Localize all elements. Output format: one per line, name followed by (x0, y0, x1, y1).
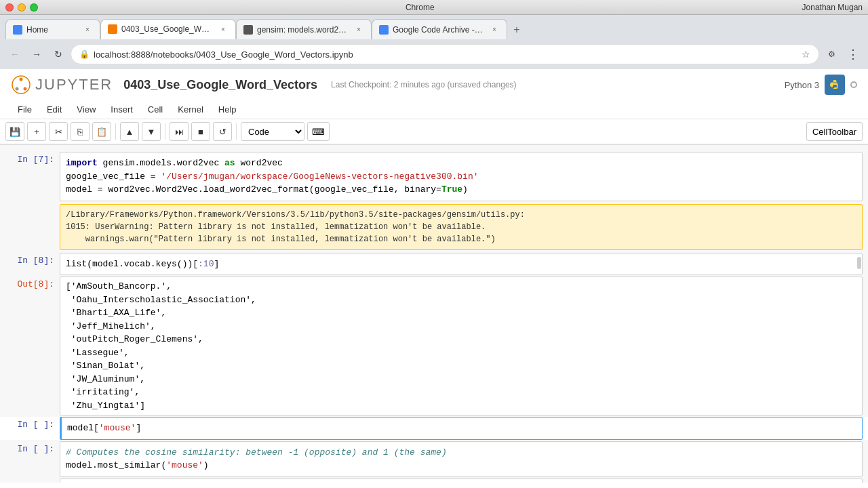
toolbar-divider-2 (165, 123, 165, 140)
jupyter-body: jupyter 0403_Use_Google_Word_Vectors Las… (0, 69, 868, 488)
toolbar-divider-1 (115, 123, 116, 140)
cell-mouse-content[interactable]: model['mouse'] (60, 417, 863, 440)
tab-close-google[interactable]: × (489, 24, 500, 35)
keyboard-shortcuts-button[interactable]: ⌨ (307, 122, 330, 141)
cell-house-prompt: In [ ]: (5, 479, 60, 483)
tab-google[interactable]: Google Code Archive - Long-... × (372, 19, 507, 39)
svg-point-4 (833, 81, 833, 81)
back-button[interactable]: ← (5, 45, 24, 64)
cell-cosine-input: # Computes the cosine similarity: betwee… (60, 442, 862, 476)
run-to-button[interactable]: ⏭ (170, 122, 189, 141)
jupyter-logo-text: jupyter (35, 76, 113, 94)
notebook-title[interactable]: 0403_Use_Google_Word_Vectors (123, 78, 317, 92)
cell-8-scrollbar (857, 257, 861, 270)
cell-7-warning-wrapper: /Library/Frameworks/Python.framework/Ver… (60, 203, 863, 251)
menu-help[interactable]: Help (212, 102, 243, 117)
svg-point-2 (24, 87, 27, 91)
python-logo-icon (829, 79, 841, 91)
menu-view[interactable]: View (70, 102, 102, 117)
cell-8-prompt: In [8]: (5, 253, 60, 276)
kernel-status-circle (850, 81, 857, 88)
cell-7: In [7]: import gensim.models.word2vec as… (0, 152, 868, 201)
celltoolbar-button[interactable]: CellToolbar (806, 122, 863, 141)
tab-favicon-home (13, 25, 22, 35)
cell-mouse-input: model['mouse'] (62, 418, 862, 439)
tab-bar: Home × 0403_Use_Google_Word_Vec... × gen… (0, 15, 868, 39)
tab-gensim[interactable]: gensim: models.word2vec – D... × (236, 19, 372, 39)
cell-house: In [ ]: model.most_similar('house') (0, 479, 868, 483)
notebook-area: In [7]: import gensim.models.word2vec as… (0, 145, 868, 483)
tab-close-home[interactable]: × (82, 24, 93, 35)
jupyter-header: jupyter 0403_Use_Google_Word_Vectors Las… (0, 69, 868, 145)
copy-button[interactable]: ⎘ (71, 122, 90, 141)
cell-cosine-content[interactable]: # Computes the cosine similarity: betwee… (60, 441, 863, 477)
address-bar: ← → ↻ 🔒 localhost:8888/notebooks/0403_Us… (0, 39, 868, 69)
tab-close-gensim[interactable]: × (353, 24, 364, 35)
chrome-menu-button[interactable]: ⋮ (844, 45, 863, 64)
tab-label-google: Google Code Archive - Long-... (393, 25, 485, 35)
svg-point-1 (20, 78, 23, 81)
jupyter-toolbar: 💾 + ✂ ⎘ 📋 ▲ ▼ ⏭ ■ ↺ Code Markdown Raw ⌨ … (0, 119, 868, 144)
url-bar[interactable]: 🔒 localhost:8888/notebooks/0403_Use_Goog… (71, 44, 819, 64)
tab-notebook[interactable]: 0403_Use_Google_Word_Vec... × (100, 19, 236, 39)
url-text: localhost:8888/notebooks/0403_Use_Google… (94, 49, 797, 60)
chrome-frame: Home × 0403_Use_Google_Word_Vec... × gen… (0, 15, 868, 69)
toolbar-divider-3 (236, 123, 237, 140)
cell-8-output: ['AmSouth_Bancorp.', 'Oahu_Interscholast… (60, 277, 862, 415)
tab-label-home: Home (26, 25, 78, 35)
jupyter-logo: jupyter (11, 75, 113, 95)
secure-icon: 🔒 (79, 49, 90, 59)
cell-7-content[interactable]: import gensim.models.word2vec as word2ve… (60, 152, 863, 201)
menu-file[interactable]: File (11, 102, 39, 117)
cell-type-select[interactable]: Code Markdown Raw (241, 122, 304, 141)
tab-close-notebook[interactable]: × (218, 24, 229, 35)
close-button[interactable] (5, 3, 14, 12)
move-down-button[interactable]: ▼ (142, 122, 161, 141)
cell-7-prompt: In [7]: (5, 152, 60, 201)
paste-button[interactable]: 📋 (92, 122, 111, 141)
cell-7-warning: /Library/Frameworks/Python.framework/Ver… (60, 204, 863, 250)
cell-8-out-content: ['AmSouth_Bancorp.', 'Oahu_Interscholast… (60, 277, 863, 415)
titlebar-user: Jonathan Mugan (802, 3, 863, 12)
tab-home[interactable]: Home × (5, 19, 100, 39)
svg-point-5 (835, 87, 836, 88)
maximize-button[interactable] (30, 3, 38, 12)
interrupt-button[interactable]: ■ (191, 122, 210, 141)
macos-titlebar: Chrome Jonathan Mugan (0, 0, 868, 15)
new-tab-button[interactable]: + (507, 20, 526, 39)
cell-house-content[interactable]: model.most_similar('house') (60, 479, 863, 483)
checkpoint-info: Last Checkpoint: 2 minutes ago (unsaved … (331, 80, 517, 89)
tab-label-gensim: gensim: models.word2vec – D... (257, 25, 349, 35)
tab-favicon-gensim (243, 25, 253, 35)
cell-8-out: Out[8]: ['AmSouth_Bancorp.', 'Oahu_Inter… (0, 277, 868, 415)
forward-button[interactable]: → (27, 45, 46, 64)
cell-7-warning-prompt (5, 203, 60, 251)
titlebar-app-name: Chrome (42, 3, 798, 12)
cell-8-content[interactable]: list(model.vocab.keys())[:10] (60, 253, 863, 276)
move-up-button[interactable]: ▲ (120, 122, 139, 141)
menu-edit[interactable]: Edit (40, 102, 68, 117)
menu-cell[interactable]: Cell (141, 102, 170, 117)
restart-button[interactable]: ↺ (213, 122, 232, 141)
minimize-button[interactable] (18, 3, 26, 12)
cell-8-out-prompt: Out[8]: (5, 277, 60, 415)
add-cell-button[interactable]: + (27, 122, 46, 141)
extensions-button[interactable]: ⚙ (822, 45, 841, 64)
cell-7-warning-container: /Library/Frameworks/Python.framework/Ver… (0, 203, 868, 251)
menu-insert[interactable]: Insert (104, 102, 140, 117)
kernel-label: Python 3 (785, 80, 819, 90)
cell-cosine-prompt: In [ ]: (5, 441, 60, 477)
cell-mouse-prompt: In [ ]: (5, 417, 60, 440)
save-button[interactable]: 💾 (5, 122, 24, 141)
cell-mouse: In [ ]: model['mouse'] (0, 417, 868, 440)
menu-kernel[interactable]: Kernel (171, 102, 210, 117)
svg-point-3 (16, 87, 19, 91)
tab-label-notebook: 0403_Use_Google_Word_Vec... (121, 24, 214, 34)
kernel-indicator: Python 3 (785, 75, 857, 95)
cell-8-input: list(model.vocab.keys())[:10] (60, 253, 862, 275)
refresh-button[interactable]: ↻ (49, 45, 68, 64)
jupyter-logo-icon (11, 75, 31, 95)
jupyter-menubar: File Edit View Insert Cell Kernel Help (0, 100, 868, 119)
cut-button[interactable]: ✂ (49, 122, 68, 141)
bookmark-icon[interactable]: ☆ (802, 49, 810, 60)
